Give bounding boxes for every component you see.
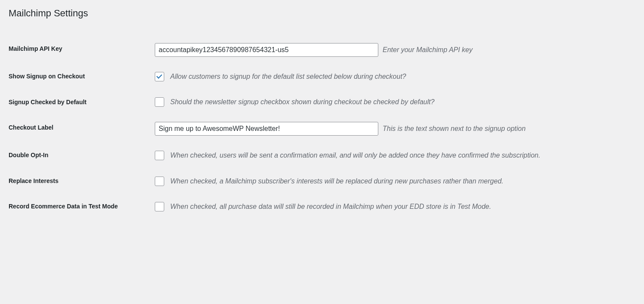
row-replace-interests: Replace Interests When checked, a Mailch… xyxy=(9,168,635,194)
checkout-label-input[interactable] xyxy=(155,122,378,136)
label-record-test-mode: Record Ecommerce Data in Test Mode xyxy=(9,194,150,220)
show-signup-checkbox[interactable] xyxy=(155,72,164,81)
page-title: Mailchimp Settings xyxy=(9,8,635,19)
record-test-mode-description: When checked, all purchase data will sti… xyxy=(170,203,491,211)
settings-form-table: Mailchimp API Key Enter your Mailchimp A… xyxy=(9,36,635,220)
row-record-test-mode: Record Ecommerce Data in Test Mode When … xyxy=(9,194,635,220)
api-key-input[interactable] xyxy=(155,43,378,57)
label-api-key: Mailchimp API Key xyxy=(9,36,150,64)
label-signup-checked: Signup Checked by Default xyxy=(9,90,150,115)
row-api-key: Mailchimp API Key Enter your Mailchimp A… xyxy=(9,36,635,64)
signup-checked-checkbox[interactable] xyxy=(155,97,164,107)
show-signup-description: Allow customers to signup for the defaul… xyxy=(170,73,406,81)
label-checkout-label: Checkout Label xyxy=(9,115,150,143)
label-show-signup: Show Signup on Checkout xyxy=(9,64,150,90)
label-double-optin: Double Opt-In xyxy=(9,143,150,168)
row-show-signup: Show Signup on Checkout Allow customers … xyxy=(9,64,635,90)
checkout-label-description: This is the text shown next to the signu… xyxy=(383,125,526,133)
row-signup-checked: Signup Checked by Default Should the new… xyxy=(9,90,635,115)
replace-interests-checkbox[interactable] xyxy=(155,177,164,186)
replace-interests-description: When checked, a Mailchimp subscriber's i… xyxy=(170,177,503,185)
record-test-mode-checkbox[interactable] xyxy=(155,202,164,211)
double-optin-description: When checked, users will be sent a confi… xyxy=(170,152,540,159)
label-replace-interests: Replace Interests xyxy=(9,168,150,194)
row-checkout-label: Checkout Label This is the text shown ne… xyxy=(9,115,635,143)
row-double-optin: Double Opt-In When checked, users will b… xyxy=(9,143,635,168)
double-optin-checkbox[interactable] xyxy=(155,151,164,160)
api-key-description: Enter your Mailchimp API key xyxy=(383,46,472,54)
signup-checked-description: Should the newsletter signup checkbox sh… xyxy=(170,98,435,106)
